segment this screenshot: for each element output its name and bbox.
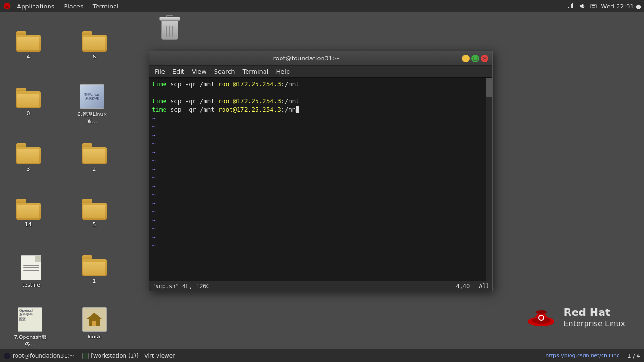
tilde-line: ~ [152,148,489,156]
folder-inner [17,149,39,163]
taskbar: root@foundation31:~ [workstation (1)] - … [0,349,644,362]
desktop-icon-folder-1[interactable]: 1 [75,255,113,285]
taskbar-terminal-icon [4,353,10,359]
terminal-file-menu[interactable]: File [151,66,169,78]
network-icon[interactable] [567,2,575,10]
terminal-help-menu[interactable]: Help [272,66,294,78]
kiosk-visual [82,307,107,332]
tilde-line: ~ [152,173,489,181]
terminal-close-button[interactable]: × [481,55,488,62]
ssh-doc-visual: Openssh服务安全配置 [18,307,42,332]
time-keyword: time [152,106,166,113]
taskbar-url[interactable]: https://blog.csdn.net/chilung [542,353,624,359]
folder-visual [82,199,107,220]
desktop-icon-folder-5[interactable]: 5 [75,199,113,228]
host-text: root@172.25.254.3 [218,106,281,113]
terminal-line-1: time scp -qr /mnt root@172.25.254.3 :/mn… [152,80,489,88]
terminal-line-3: time scp -qr /mnt root@172.25.254.3 :/mn… [152,97,489,105]
tilde-line: ~ [152,165,489,173]
file-line [23,263,39,263]
redhat-product-name: Enterprise Linux [564,319,626,328]
desktop-icon-ssh-doc[interactable]: Openssh服务安全配置 7.Openssh服务... [7,307,54,348]
house-door [92,321,96,326]
svg-rect-8 [592,5,593,6]
desktop-icon-testfile[interactable]: testfile [12,255,50,288]
path-text: :/mnt [281,98,299,105]
sound-icon[interactable] [578,2,586,10]
folder-body [82,203,107,220]
terminal-titlebar: root@foundation31:~ − □ × [149,51,492,66]
tilde-line: ~ [152,139,489,148]
places-menu[interactable]: Places [59,0,88,12]
folder-visual [82,255,107,276]
trash-icon[interactable] [151,15,189,40]
file-line [23,267,39,268]
terminal-terminal-menu[interactable]: Terminal [239,66,272,78]
icon-label: 4 [26,53,31,60]
terminal-title: root@foundation31:~ [153,55,460,62]
tilde: ~ [152,140,156,147]
terminal-search-menu[interactable]: Search [210,66,239,78]
terminal-scrollbar-thumb[interactable] [486,78,492,97]
icon-label: 0 [26,110,31,117]
tilde-line: ~ [152,224,489,232]
icon-label: 5 [92,221,97,228]
svg-marker-6 [580,4,583,8]
terminal-line-4: time scp -qr /mnt root@172.25.254.3 :/mn [152,105,489,114]
time-keyword: time [152,81,166,88]
terminal-body[interactable]: time scp -qr /mnt root@172.25.254.3 :/mn… [149,78,492,291]
top-bar-right: Wed 22:01 ● [567,2,644,10]
desktop-icon-folder-4[interactable]: 4 [9,31,47,60]
terminal-minimize-button[interactable]: − [462,55,470,62]
terminal-menu[interactable]: Terminal [88,0,124,12]
terminal-line-2 [152,88,489,97]
taskbar-terminal-label: root@foundation31:~ [13,353,74,359]
file-visual [21,255,41,280]
tilde: ~ [152,115,156,122]
icon-label: 6 [92,53,97,60]
folder-inner [17,205,39,218]
terminal-view-menu[interactable]: View [188,66,210,78]
desktop-icon-folder-14[interactable]: 14 [9,199,47,228]
trash-visual [158,15,181,40]
cmd-text: scp -qr /mnt [166,106,218,113]
terminal-maximize-button[interactable]: □ [471,55,479,62]
icon-label: kiosk [87,333,102,340]
house-shape [87,313,102,326]
folder-inner [17,37,39,50]
folder-body [82,259,107,276]
redhat-logo: Red Hat Enterprise Linux [526,304,626,331]
tilde-line: ~ [152,114,489,122]
desktop-icon-folder-6[interactable]: 6 [75,31,113,60]
file-line [23,265,39,266]
trash-line [172,26,173,37]
terminal-statusbar: "scp.sh" 4L, 126C 4,40 All [149,281,492,291]
desktop-icon-folder-2[interactable]: 2 [75,143,113,173]
tilde-line: ~ [152,241,489,249]
trash-lid [159,17,180,21]
tilde: ~ [152,174,156,181]
icon-label: 6.管理Linux系... [74,110,110,125]
terminal-edit-menu[interactable]: Edit [169,66,188,78]
applications-menu[interactable]: Applications [12,0,59,12]
folder-inner [83,262,105,275]
terminal-scrollbar[interactable] [486,78,492,281]
keyboard-icon[interactable] [590,2,597,10]
statusbar-filename: "scp.sh" 4L, 126C [152,283,210,289]
taskbar-item-virt[interactable]: [workstation (1)] - Virt Viewer [78,350,179,362]
taskbar-item-terminal[interactable]: root@foundation31:~ [0,350,78,362]
desktop-icon-kiosk[interactable]: kiosk [75,307,113,340]
folder-inner [83,205,105,218]
desktop-icon-doc-6[interactable]: 管理Linux系统存储 6.管理Linux系... [73,84,111,125]
statusbar-position: 4,40 [456,283,470,289]
terminal-window: root@foundation31:~ − □ × File Edit View… [149,51,493,291]
tilde: ~ [152,233,156,240]
folder-visual [16,143,41,164]
folder-visual [82,31,107,52]
tilde: ~ [152,132,156,139]
icon-label: 3 [26,165,31,173]
desktop-icon-folder-0[interactable]: 0 [9,88,47,117]
doc-inner: 管理Linux系统存储 [80,85,104,108]
tilde: ~ [152,225,156,232]
desktop-icon-folder-3[interactable]: 3 [9,143,47,173]
